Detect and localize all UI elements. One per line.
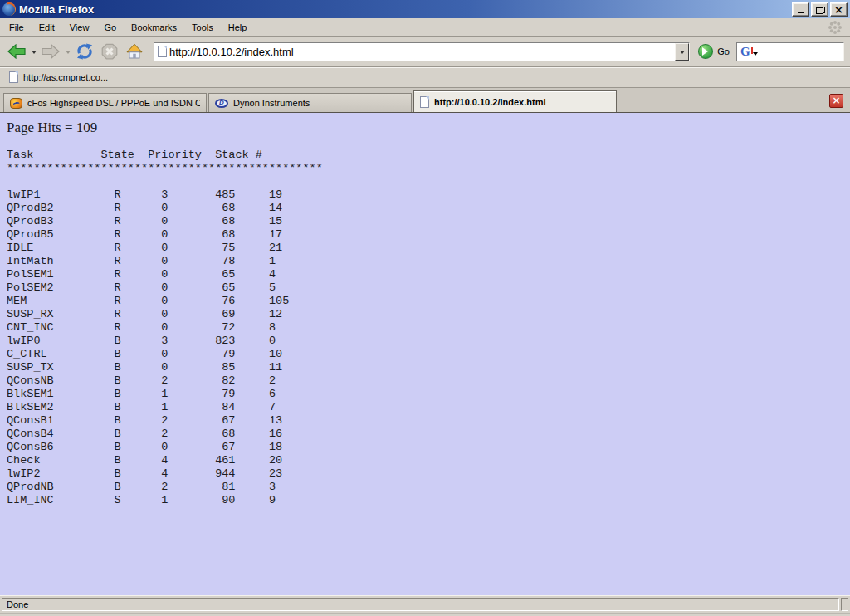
minimize-icon	[798, 12, 804, 13]
resize-grip[interactable]	[841, 598, 848, 611]
window-controls: ×	[792, 2, 848, 17]
menu-view[interactable]: View	[62, 19, 97, 36]
stop-icon	[101, 43, 118, 60]
home-icon	[126, 43, 143, 60]
status-text: Done	[7, 599, 28, 609]
reload-icon	[76, 43, 93, 60]
address-input[interactable]	[167, 44, 675, 59]
tab-label: cFos Highspeed DSL / PPPoE und ISDN CAP.…	[27, 98, 200, 108]
tab-2[interactable]: Dynon Instruments	[208, 93, 412, 112]
back-arrow-icon	[7, 44, 27, 59]
chevron-down-icon	[32, 51, 37, 56]
dynon-icon	[215, 99, 228, 108]
status-panel: Done	[2, 598, 839, 611]
bookmarks-toolbar: http://as.cmpnet.co...	[0, 67, 850, 88]
cfos-icon	[10, 98, 22, 109]
address-bar[interactable]	[154, 42, 690, 61]
window-title: Mozilla Firefox	[19, 3, 789, 16]
go-label: Go	[717, 46, 730, 56]
page-icon	[420, 96, 429, 108]
back-button[interactable]	[4, 38, 29, 65]
menu-go[interactable]: Go	[96, 19, 124, 36]
menu-tools[interactable]: Tools	[184, 19, 221, 36]
address-dropdown-button[interactable]	[675, 43, 689, 61]
firefox-icon	[2, 2, 16, 16]
forward-arrow-icon	[41, 44, 61, 59]
home-button[interactable]	[122, 38, 147, 65]
tabs-container: cFos Highspeed DSL / PPPoE und ISDN CAP.…	[3, 90, 618, 112]
menu-edit[interactable]: Edit	[32, 19, 62, 36]
stop-button[interactable]	[97, 38, 122, 65]
tab-bar: cFos Highspeed DSL / PPPoE und ISDN CAP.…	[0, 88, 850, 113]
menu-bookmarks[interactable]: Bookmarks	[124, 19, 184, 36]
page-icon	[9, 71, 18, 83]
status-bar: Done	[0, 595, 850, 613]
page-content: Page Hits = 109 Task State Priority Stac…	[0, 113, 850, 595]
restore-icon	[816, 7, 823, 14]
menu-help[interactable]: Help	[221, 19, 255, 36]
close-tab-button[interactable]: ×	[829, 94, 843, 108]
forward-button[interactable]	[38, 38, 63, 65]
menu-file[interactable]: File	[2, 19, 32, 36]
title-bar: Mozilla Firefox ×	[0, 0, 850, 18]
restore-button[interactable]	[811, 2, 828, 17]
reload-button[interactable]	[72, 38, 97, 65]
page-icon	[158, 46, 167, 57]
back-dropdown-button[interactable]	[29, 38, 38, 65]
chevron-down-icon	[66, 51, 71, 56]
close-button[interactable]: ×	[830, 2, 848, 17]
menu-bar: FileEditViewGoBookmarksToolsHelp	[0, 18, 850, 37]
tab-label: http://10.0.10.2/index.html	[434, 97, 610, 107]
navigation-toolbar: Go G	[0, 37, 850, 67]
tab-1[interactable]: cFos Highspeed DSL / PPPoE und ISDN CAP.…	[3, 93, 207, 112]
chevron-down-icon	[680, 51, 685, 56]
go-button[interactable]: Go	[695, 38, 736, 65]
go-arrow-icon	[698, 44, 713, 59]
page-hits-text: Page Hits = 109	[7, 120, 843, 136]
search-input[interactable]	[758, 46, 840, 57]
tab-label: Dynon Instruments	[233, 98, 405, 108]
bookmark-item[interactable]: http://as.cmpnet.co...	[6, 70, 111, 85]
window-frame-bottom	[0, 613, 850, 616]
menu-items: FileEditViewGoBookmarksToolsHelp	[2, 19, 254, 36]
bookmark-label: http://as.cmpnet.co...	[23, 72, 108, 82]
close-icon: ×	[834, 3, 843, 16]
throbber-icon	[828, 21, 842, 34]
tab-3[interactable]: http://10.0.10.2/index.html	[413, 90, 617, 112]
search-bar[interactable]: G	[736, 42, 844, 61]
browser-window: Mozilla Firefox × FileEditViewGoBookmark…	[0, 0, 850, 616]
minimize-button[interactable]	[792, 2, 809, 17]
task-table: Task State Priority Stack # ************…	[7, 149, 843, 507]
forward-dropdown-button[interactable]	[63, 38, 72, 65]
google-logo-icon: G	[740, 46, 758, 58]
